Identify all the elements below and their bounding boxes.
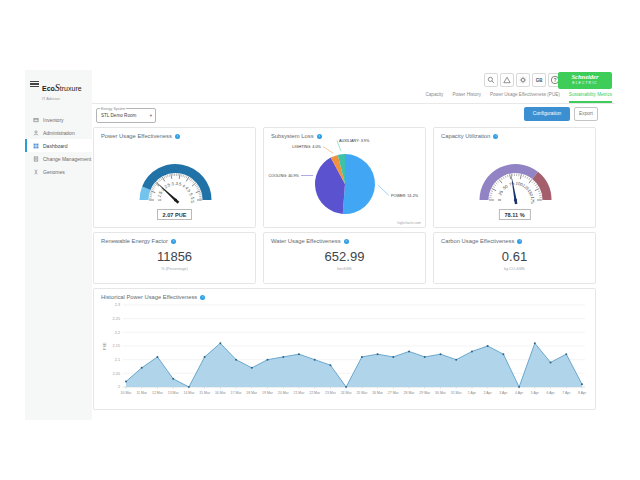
card-title: Water Usage Effectiveness — [271, 238, 341, 244]
capacity-gauge-card: Capacity Utilization 0255075100125150175… — [433, 127, 596, 228]
energy-system-select-label: Energy System — [100, 107, 126, 111]
chevron-down-icon — [150, 109, 152, 122]
sidebar-item-label: Administration — [43, 130, 75, 136]
metric-unit: liter/kWh — [264, 267, 425, 271]
historical-pue-area-chart: 22.052.12.152.22.252.3PUE10 Mar11 Mar12 … — [99, 301, 591, 407]
settings-button[interactable] — [516, 73, 530, 87]
svg-text:21 Mar: 21 Mar — [294, 391, 306, 395]
dashboard-icon — [33, 143, 39, 149]
schneider-electric-button[interactable]: Schneider ELECTRIC — [558, 72, 612, 89]
info-icon[interactable] — [344, 239, 349, 244]
menu-toggle-icon[interactable] — [30, 79, 39, 89]
svg-text:12 Mar: 12 Mar — [152, 391, 164, 395]
svg-text:6 Apr: 6 Apr — [546, 391, 555, 395]
tab-power-history[interactable]: Power History — [452, 92, 481, 103]
svg-text:?: ? — [554, 78, 557, 83]
svg-text:26 Mar: 26 Mar — [372, 391, 384, 395]
svg-text:22 Mar: 22 Mar — [309, 391, 321, 395]
svg-text:3: 3 — [171, 181, 175, 186]
pue-gauge-chart: 11.522.533.544.555.5 — [94, 140, 257, 206]
svg-text:19 Mar: 19 Mar — [262, 391, 274, 395]
svg-text:25: 25 — [497, 189, 504, 196]
sidebar-item-label: Change Management — [43, 156, 91, 162]
svg-text:4 Apr: 4 Apr — [515, 391, 524, 395]
sidebar-menu: Inventory Administration Dashboard Chang… — [25, 113, 92, 178]
card-title: Carbon Usage Effectiveness — [441, 238, 514, 244]
metric-value: 11856 — [94, 249, 255, 264]
svg-text:5 Apr: 5 Apr — [531, 391, 540, 395]
highcharts-credit[interactable]: highcharts.com — [397, 221, 421, 225]
pue-gauge-card: Power Usage Effectiveness 11.522.533.544… — [93, 127, 256, 228]
metric-value: 652.99 — [264, 249, 425, 264]
sidebar: EcoStruxure IT Advisor Inventory Adminis… — [25, 70, 92, 420]
svg-text:25 Mar: 25 Mar — [356, 391, 368, 395]
sidebar-item-genomes[interactable]: Genomes — [25, 165, 92, 178]
svg-text:2.3: 2.3 — [115, 303, 120, 307]
svg-text:2.1: 2.1 — [115, 358, 120, 362]
svg-text:0: 0 — [497, 198, 502, 201]
info-icon[interactable] — [200, 295, 205, 300]
change-management-icon — [33, 156, 39, 162]
configuration-button[interactable]: Configuration — [524, 107, 570, 121]
subsystem-loss-card: Subsystem Loss POWER: 51.2%COOLING: 40.9… — [263, 127, 426, 228]
svg-text:175: 175 — [530, 196, 535, 204]
language-icon: GB — [534, 75, 544, 85]
search-icon — [487, 76, 495, 84]
energy-system-select-value: STL Demo Room — [97, 109, 155, 122]
search-button[interactable] — [484, 73, 498, 87]
svg-text:2.2: 2.2 — [115, 331, 120, 335]
info-icon[interactable] — [493, 134, 498, 139]
metric-unit: % (Percentage) — [94, 267, 255, 271]
svg-text:17 Mar: 17 Mar — [231, 391, 243, 395]
info-icon[interactable] — [171, 239, 176, 244]
dashboard-tabs: Capacity Power History Power Usage Effec… — [426, 92, 613, 103]
app-window: EcoStruxure IT Advisor Inventory Adminis… — [0, 0, 640, 480]
metric-value: 0.61 — [434, 249, 595, 264]
card-title: Capacity Utilization — [441, 133, 490, 139]
sidebar-item-label: Dashboard — [43, 143, 67, 149]
svg-text:2.25: 2.25 — [113, 317, 120, 321]
svg-text:23 Mar: 23 Mar — [325, 391, 337, 395]
gear-icon — [519, 76, 527, 84]
header-divider — [92, 103, 615, 104]
svg-text:27 Mar: 27 Mar — [388, 391, 400, 395]
sidebar-item-dashboard[interactable]: Dashboard — [25, 139, 92, 152]
tab-capacity[interactable]: Capacity — [426, 92, 444, 103]
svg-text:POWER: 51.2%: POWER: 51.2% — [391, 194, 419, 198]
carbon-usage-effectiveness-card: Carbon Usage Effectiveness 0.61 kg CO₂/k… — [433, 232, 596, 284]
export-button[interactable]: Export — [574, 107, 598, 121]
tab-power-usage-effectiveness[interactable]: Power Usage Effectiveness (PUE) — [490, 92, 560, 103]
sidebar-item-inventory[interactable]: Inventory — [25, 113, 92, 126]
svg-text:50: 50 — [502, 183, 509, 190]
water-usage-effectiveness-card: Water Usage Effectiveness 652.99 liter/k… — [263, 232, 426, 284]
alerts-icon — [503, 76, 511, 84]
svg-text:2 Apr: 2 Apr — [484, 391, 493, 395]
svg-text:8 Apr: 8 Apr — [578, 391, 587, 395]
svg-text:31 Mar: 31 Mar — [451, 391, 463, 395]
svg-text:15 Mar: 15 Mar — [199, 391, 211, 395]
svg-text:AUXILIARY: 3.9%: AUXILIARY: 3.9% — [339, 139, 370, 143]
sidebar-item-change-management[interactable]: Change Management — [25, 152, 92, 165]
tab-sustainability-metrics[interactable]: Sustainability Metrics — [569, 92, 612, 103]
language-button[interactable]: GB — [532, 73, 546, 87]
brand-subtitle: IT Advisor — [42, 96, 82, 101]
svg-text:10 Mar: 10 Mar — [121, 391, 133, 395]
info-icon[interactable] — [517, 239, 522, 244]
electric-label: ELECTRIC — [558, 82, 612, 85]
svg-text:30 Mar: 30 Mar — [435, 391, 447, 395]
alerts-button[interactable] — [500, 73, 514, 87]
inventory-icon — [33, 117, 39, 123]
metric-unit: kg CO₂/kWh — [434, 267, 595, 271]
energy-system-select[interactable]: Energy System STL Demo Room — [96, 108, 156, 123]
svg-text:LIGHTING: 4.0%: LIGHTING: 4.0% — [292, 145, 321, 149]
svg-text:5.5: 5.5 — [190, 197, 195, 204]
sidebar-item-label: Genomes — [43, 169, 65, 175]
sidebar-item-administration[interactable]: Administration — [25, 126, 92, 139]
svg-text:29 Mar: 29 Mar — [419, 391, 431, 395]
app-logo: EcoStruxure IT Advisor — [25, 70, 92, 101]
svg-text:28 Mar: 28 Mar — [404, 391, 416, 395]
info-icon[interactable] — [175, 134, 180, 139]
administration-icon — [33, 130, 39, 136]
svg-text:2.15: 2.15 — [113, 344, 120, 348]
svg-text:24 Mar: 24 Mar — [341, 391, 353, 395]
